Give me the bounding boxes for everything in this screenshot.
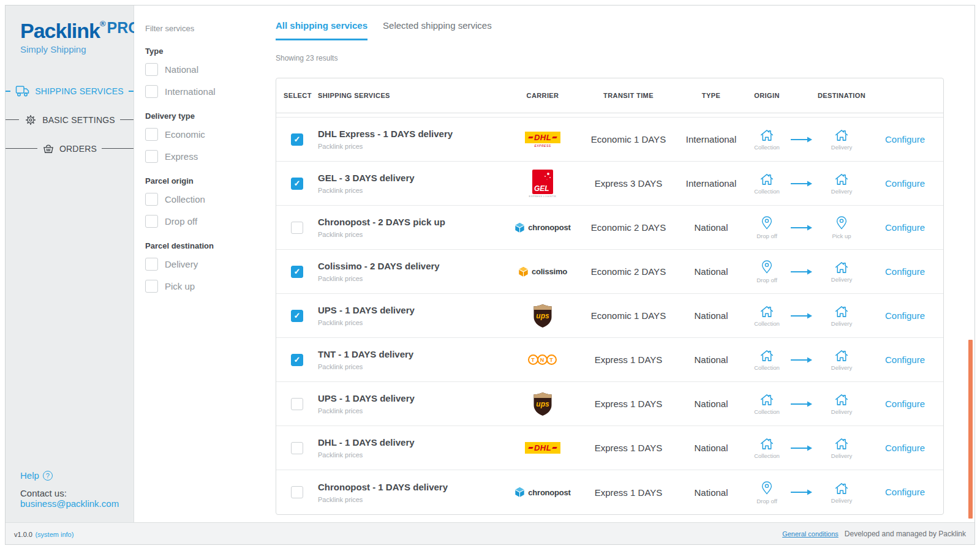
service-pricing: Packlink prices	[318, 496, 503, 503]
row-select-checkbox[interactable]	[291, 222, 303, 234]
service-cell: DHL Express - 1 DAYS delivery Packlink p…	[318, 129, 503, 150]
configure-link[interactable]: Configure	[885, 266, 925, 277]
destination-label: Pick up	[832, 233, 851, 239]
configure-link[interactable]: Configure	[885, 134, 925, 144]
checkbox-unchecked[interactable]	[145, 128, 158, 141]
origin-cell: Collection	[748, 128, 786, 151]
row-select-checkbox[interactable]: ✓	[291, 266, 303, 278]
house-icon	[759, 392, 775, 407]
configure-link[interactable]: Configure	[885, 354, 925, 365]
configure-link[interactable]: Configure	[885, 443, 925, 453]
select-cell	[276, 442, 318, 454]
service-type: National	[674, 487, 748, 498]
sidebar-item-basic-settings[interactable]: BASIC SETTINGS	[6, 105, 134, 134]
col-header-type: TYPE	[674, 92, 748, 99]
arrow-right-icon	[790, 445, 812, 451]
row-select-checkbox[interactable]: ✓	[291, 354, 303, 366]
checkbox-unchecked[interactable]	[145, 85, 158, 98]
carrier-cell: DHL	[503, 442, 582, 454]
checkbox-unchecked[interactable]	[145, 215, 158, 228]
table-row: Chronopost - 1 DAYS delivery Packlink pr…	[276, 470, 943, 514]
sidebar-item-label: SHIPPING SERVICES	[35, 86, 124, 96]
checkbox-unchecked[interactable]	[145, 63, 158, 76]
filter-group-label: Parcel origin	[145, 176, 267, 186]
filter-checkbox-collection[interactable]: Collection	[145, 193, 267, 206]
origin-cell: Collection	[748, 172, 786, 195]
contact-email-link[interactable]: business@packlink.com	[20, 498, 134, 509]
arrow-cell	[786, 445, 816, 451]
filter-option-label: Pick up	[165, 281, 195, 291]
nav-decor-line	[6, 119, 19, 120]
house-icon	[834, 481, 850, 496]
origin-label: Collection	[754, 452, 780, 459]
configure-link[interactable]: Configure	[885, 222, 925, 233]
arrow-right-icon	[790, 269, 812, 275]
arrow-right-icon	[790, 181, 812, 187]
transit-time: Express 1 DAYS	[582, 399, 674, 409]
filter-checkbox-economic[interactable]: Economic	[145, 128, 267, 141]
filter-checkbox-express[interactable]: Express	[145, 150, 267, 163]
main-content: All shipping services Selected shipping …	[273, 6, 974, 522]
service-name: DHL Express - 1 DAYS delivery	[318, 129, 503, 139]
row-select-checkbox[interactable]: ✓	[291, 178, 303, 190]
configure-link[interactable]: Configure	[885, 399, 925, 409]
system-info-link[interactable]: (system info)	[35, 531, 74, 538]
help-link[interactable]: Help	[20, 470, 39, 481]
house-icon	[834, 172, 850, 187]
sidebar-item-shipping-services[interactable]: SHIPPING SERVICES	[6, 77, 134, 105]
tab-selected-shipping-services[interactable]: Selected shipping services	[383, 20, 492, 40]
carrier-logo-colissimo: colissimo	[518, 266, 567, 277]
action-cell: Configure	[867, 266, 943, 277]
shipping-services-table: SELECT SHIPPING SERVICES CARRIER TRANSIT…	[276, 78, 944, 515]
action-cell: Configure	[867, 222, 943, 233]
tab-all-shipping-services[interactable]: All shipping services	[276, 20, 368, 40]
filter-checkbox-international[interactable]: International	[145, 85, 267, 98]
carrier-cell: GEL EXPRESS LOGISTIK	[503, 170, 582, 198]
col-header-origin: ORIGIN	[748, 92, 786, 99]
arrow-cell	[786, 489, 816, 495]
transit-time: Economic 1 DAYS	[582, 134, 674, 144]
service-name: GEL - 3 DAYS delivery	[318, 173, 503, 183]
carrier-logo-ups: ups	[532, 392, 553, 416]
row-select-checkbox[interactable]: ✓	[291, 133, 303, 146]
col-header-select: SELECT	[276, 92, 318, 99]
row-select-checkbox[interactable]	[291, 442, 303, 454]
checkbox-unchecked[interactable]	[145, 258, 158, 271]
checkbox-unchecked[interactable]	[145, 193, 158, 206]
version-text: v1.0.0	[14, 531, 32, 538]
basket-icon	[42, 143, 55, 155]
question-circle-icon[interactable]: ?	[43, 471, 53, 481]
row-select-checkbox[interactable]	[291, 486, 303, 498]
carrier-logo-chronopost: chronopost	[514, 487, 571, 498]
origin-label: Drop off	[756, 498, 777, 504]
table-row: DHL - 1 DAYS delivery Packlink prices DH…	[276, 426, 943, 470]
filter-checkbox-drop-off[interactable]: Drop off	[145, 215, 267, 228]
service-cell: Chronopost - 2 DAYS pick up Packlink pri…	[318, 217, 503, 238]
checkbox-unchecked[interactable]	[145, 280, 158, 293]
service-cell: Chronopost - 1 DAYS delivery Packlink pr…	[318, 482, 503, 503]
filter-checkbox-delivery[interactable]: Delivery	[145, 258, 267, 271]
managed-by-text: Developed and managed by Packlink	[845, 530, 966, 538]
select-cell: ✓	[276, 310, 318, 322]
service-type: National	[674, 310, 748, 321]
arrow-right-icon	[790, 137, 812, 143]
destination-label: Delivery	[831, 408, 852, 415]
configure-link[interactable]: Configure	[885, 487, 925, 497]
general-conditions-link[interactable]: General conditions	[782, 530, 839, 538]
checkbox-unchecked[interactable]	[145, 150, 158, 163]
service-cell: GEL - 3 DAYS delivery Packlink prices	[318, 173, 503, 194]
destination-label: Delivery	[831, 144, 852, 151]
vertical-scrollbar-thumb[interactable]	[968, 340, 973, 519]
carrier-logo-dhl: DHL EXPRESS	[525, 132, 560, 148]
configure-link[interactable]: Configure	[885, 178, 925, 189]
destination-label: Delivery	[831, 364, 852, 371]
row-select-checkbox[interactable]	[291, 398, 303, 410]
filter-checkbox-pick-up[interactable]: Pick up	[145, 280, 267, 293]
configure-link[interactable]: Configure	[885, 310, 925, 321]
sidebar-nav: SHIPPING SERVICES	[6, 77, 134, 163]
origin-cell: Drop off	[748, 481, 786, 504]
row-select-checkbox[interactable]: ✓	[291, 310, 303, 322]
sidebar-item-orders[interactable]: ORDERS	[6, 134, 134, 163]
results-count: Showing 23 results	[276, 54, 944, 62]
filter-checkbox-national[interactable]: National	[145, 63, 267, 76]
